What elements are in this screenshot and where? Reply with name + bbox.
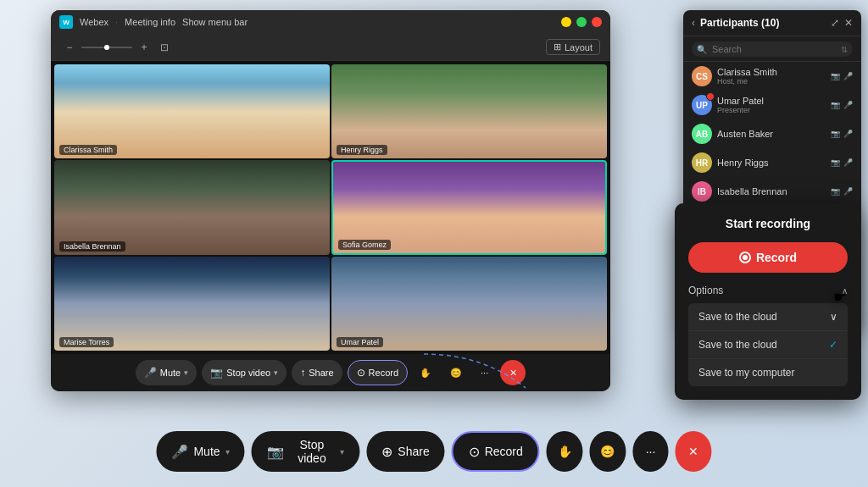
list-item[interactable]: HR Henry Riggs 📷 🎤 [683,148,861,177]
share-button[interactable]: ↑ Share [292,360,342,385]
zoom-in-button[interactable]: + [136,39,153,56]
big-stop-video-button[interactable]: 📷 Stop video ▾ [252,431,360,472]
video-name-isabella: Isabella Brennan [59,241,125,252]
sort-icon[interactable]: ⇅ [841,44,848,53]
mic-muted-icon: 🎤 [843,187,853,196]
video-name-sofia: Sofia Gomez [338,240,391,250]
close-panel-icon[interactable]: ✕ [844,17,853,29]
dropdown-trigger[interactable]: Save to the cloud ∨ [688,303,848,331]
participants-title: Participants (10) [700,17,826,29]
big-raise-hand-button[interactable]: ✋ [547,431,583,472]
big-mute-button[interactable]: 🎤 Mute ▾ [156,431,244,472]
participant-name: Isabella Brennan [717,186,826,196]
camera-icon: 📷 [210,367,223,379]
list-item[interactable]: CS Clarissa Smith Host, me 📷 🎤 [683,62,861,91]
big-video-chevron: ▾ [340,447,344,457]
video-cell-isabella: Isabella Brennan [54,160,330,254]
record-popup-button[interactable]: Record [688,242,848,273]
save-dropdown: Save to the cloud ∨ Save to the cloud ✓ … [688,303,848,386]
record-icon-small: ⊙ [357,367,365,379]
list-item[interactable]: AB Austen Baker 📷 🎤 [683,119,861,148]
options-header: Options ∧ [688,285,848,296]
big-record-button[interactable]: ⊙ Record [452,431,540,472]
search-input[interactable] [692,42,853,57]
avatar: CS [692,66,712,86]
reactions-button[interactable]: 😊 [443,360,469,385]
presenter-badge [706,92,715,101]
video-name-henry: Henry Riggs [337,145,387,155]
big-mute-chevron: ▾ [225,447,230,457]
mic-muted-icon: 🎤 [843,130,853,138]
video-cell-sofia: Sofia Gomez [331,160,607,254]
panel-header: ‹ Participants (10) ⤢ ✕ [683,10,861,36]
bottom-toolbar: 🎤 Mute ▾ 📷 Stop video ▾ ↑ Share ⊙ Record… [51,354,610,391]
list-item[interactable]: UP Umar Patel Presenter 📷 🎤 [683,91,861,119]
search-icon: 🔍 [697,44,707,53]
camera-icon: 📷 [831,101,840,109]
participant-name: Henry Riggs [717,158,826,168]
end-call-button[interactable]: ✕ [500,360,526,385]
big-reactions-button[interactable]: 😊 [590,431,626,472]
big-more-button[interactable]: ··· [632,431,669,472]
recording-popup-title: Start recording [688,217,848,230]
save-to-cloud-option[interactable]: Save to the cloud ✓ [688,331,848,359]
video-cell-marise: Marise Torres [54,257,330,351]
camera-icon: 📷 [831,72,840,80]
cursor-indicator: ☛ [833,288,847,307]
big-end-call-button[interactable]: ✕ [676,431,712,472]
big-bottom-toolbar: 🎤 Mute ▾ 📷 Stop video ▾ ⊕ Share ⊙ Record… [156,431,711,472]
app-name: Webex [80,17,108,27]
camera-icon: 📷 [831,158,840,167]
video-cell-umar: Umar Patel [331,257,607,351]
video-cell-henry: Henry Riggs [331,64,607,158]
video-name-umar: Umar Patel [337,337,383,347]
mute-button[interactable]: 🎤 Mute ▾ [136,360,197,385]
avatar: HR [692,152,712,173]
participant-name: Clarissa Smith [717,67,826,77]
video-grid: Clarissa Smith Henry Riggs Isabella Bren… [51,61,610,354]
maximize-button[interactable] [576,17,587,27]
participant-role: Host, me [717,77,826,86]
panel-header-icons: ⤢ ✕ [831,17,853,29]
more-button[interactable]: ··· [474,360,495,385]
camera-icon: 📷 [831,187,840,196]
participant-name: Austen Baker [717,129,826,139]
zoom-slider[interactable] [81,47,132,48]
stop-video-button[interactable]: 📷 Stop video ▾ [202,360,287,385]
participant-name: Umar Patel [717,96,826,106]
record-icon [739,252,751,263]
minimize-button[interactable] [561,17,571,27]
big-mic-icon: 🎤 [171,444,188,460]
avatar: AB [692,124,712,144]
mic-muted-icon: 🎤 [843,158,853,167]
participant-role: Presenter [717,106,826,114]
mic-icon: 🎤 [144,367,157,379]
fit-button[interactable]: ⊡ [156,39,173,56]
close-button[interactable] [592,17,602,27]
avatar: IB [692,181,712,202]
expand-icon[interactable]: ⤢ [831,17,839,29]
record-button[interactable]: ⊙ Record [348,360,408,385]
webex-window: W Webex · Meeting info Show menu bar − +… [51,10,610,391]
raise-hand-button[interactable]: ✋ [413,360,438,385]
share-icon: ↑ [300,367,305,379]
layout-button[interactable]: ⊞ Layout [546,39,600,55]
big-share-button[interactable]: ⊕ Share [366,431,444,472]
video-chevron: ▾ [274,368,278,377]
big-camera-icon: 📷 [267,444,284,460]
avatar: UP [692,95,712,115]
zoom-controls: − + ⊡ [61,39,173,56]
show-menu-bar[interactable]: Show menu bar [182,17,248,27]
video-name-marise: Marise Torres [59,337,114,347]
zoom-out-button[interactable]: − [61,39,78,56]
list-item[interactable]: IB Isabella Brennan 📷 🎤 [683,177,861,206]
chevron-left-icon[interactable]: ‹ [692,17,695,29]
camera-icon: 📷 [831,130,840,138]
search-container: 🔍 ⇅ [683,36,861,62]
big-share-icon: ⊕ [381,444,392,460]
save-to-computer-option[interactable]: Save to my computer [688,359,848,386]
mic-muted-icon: 🎤 [843,72,853,80]
video-cell-clarissa: Clarissa Smith [54,64,330,158]
meeting-info-link[interactable]: Meeting info [125,17,175,27]
title-bar: W Webex · Meeting info Show menu bar [51,10,610,34]
